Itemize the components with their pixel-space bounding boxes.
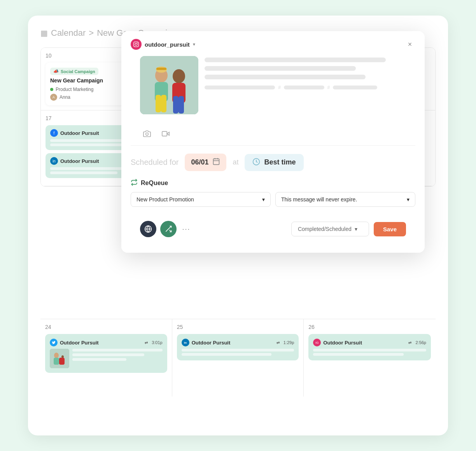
svg-rect-0 <box>140 56 198 114</box>
hashtag-2 <box>284 86 324 89</box>
close-button[interactable]: × <box>404 39 415 50</box>
cell-date-26: 26 <box>308 324 431 330</box>
status-dropdown[interactable]: Completed/Scheduled ▾ <box>291 222 369 236</box>
modal-footer: ··· Completed/Scheduled ▾ Save <box>131 215 415 245</box>
svg-rect-27 <box>59 358 65 365</box>
at-label: at <box>233 158 238 166</box>
clock-icon <box>252 158 260 167</box>
hashtag-row: # # <box>205 85 406 90</box>
event-card-25[interactable]: in Outdoor Pursuit ⇄ 1:29p <box>177 334 299 360</box>
placeholder-line <box>313 353 404 356</box>
requeue-icon-24: ⇄ <box>145 341 148 345</box>
event-name-24: Outdoor Pursuit <box>60 340 141 346</box>
event-header-25: in Outdoor Pursuit ⇄ 1:29p <box>182 339 294 346</box>
expire-dropdown[interactable]: This message will never expire. ▾ <box>275 192 415 207</box>
breadcrumb-separator: > <box>89 28 94 38</box>
instagram-icon <box>131 39 142 50</box>
best-time-text: Best time <box>264 158 296 166</box>
hashtag-1 <box>205 86 275 89</box>
video-button[interactable] <box>159 127 173 141</box>
more-options-button[interactable]: ··· <box>180 223 192 235</box>
status-dot <box>50 88 53 91</box>
save-button[interactable]: Save <box>374 222 406 236</box>
svg-point-11 <box>146 133 149 136</box>
post-modal: outdoor_pursuit ▾ × <box>121 31 425 253</box>
svg-rect-14 <box>214 159 219 164</box>
date-picker[interactable]: 06/01 <box>185 154 226 171</box>
event-thumbnail <box>50 349 69 368</box>
svg-rect-10 <box>178 96 184 114</box>
hash-symbol-2: # <box>327 85 330 90</box>
calendar-cell-26: 26 IG Outdoor Pursuit ⇄ 2:56p <box>304 319 436 397</box>
calendar-cell-25: 25 in Outdoor Pursuit ⇄ 1:29p <box>172 319 304 397</box>
svg-rect-9 <box>173 96 178 114</box>
requeue-icon-25: ⇄ <box>276 341 280 345</box>
modal-overlay: outdoor_pursuit ▾ × <box>121 31 448 253</box>
requeue-icon <box>131 179 138 187</box>
event-card-24[interactable]: Outdoor Pursuit ⇄ 3:01p <box>45 334 167 373</box>
shuffle-button[interactable] <box>160 221 177 237</box>
placeholder-line <box>182 349 294 351</box>
event-name-25: Outdoor Pursuit <box>192 340 273 346</box>
event-time-25: 1:29p <box>284 340 294 345</box>
placeholder-line <box>72 349 163 351</box>
event-lines-26 <box>313 349 426 356</box>
globe-button[interactable] <box>140 221 156 237</box>
chevron-down-icon: ▾ <box>262 196 265 203</box>
calendar-icon-btn <box>212 157 220 167</box>
event-header-26: IG Outdoor Pursuit ⇄ 2:56p <box>313 339 426 346</box>
instagram-icon-26: IG <box>313 339 321 346</box>
event-thumb-area <box>50 349 163 368</box>
footer-right: Completed/Scheduled ▾ Save <box>291 222 406 236</box>
modal-top: outdoor_pursuit ▾ × <box>121 31 425 146</box>
campaign-badge: 📣 Social Campaign <box>50 68 98 75</box>
twitter-icon <box>50 339 58 346</box>
chevron-down-icon: ▾ <box>355 226 357 232</box>
modal-content-area: # # <box>131 56 415 122</box>
placeholder-line <box>72 353 144 356</box>
caption-placeholder-2 <box>205 66 356 71</box>
megaphone-icon: 📣 <box>53 69 59 74</box>
account-selector[interactable]: outdoor_pursuit ▾ <box>131 39 195 50</box>
event-card-26[interactable]: IG Outdoor Pursuit ⇄ 2:56p <box>308 334 431 360</box>
event-time-26: 2:56p <box>415 340 426 345</box>
cell-date-24: 24 <box>45 324 167 330</box>
svg-rect-13 <box>162 131 167 136</box>
svg-point-24 <box>54 353 59 358</box>
schedule-label: Scheduled for <box>131 158 178 167</box>
calendar-icon: ▦ <box>40 28 48 38</box>
modal-media-toolbar <box>131 122 415 146</box>
account-name: outdoor_pursuit <box>145 41 190 48</box>
breadcrumb-calendar[interactable]: Calendar <box>51 28 86 38</box>
modal-header: outdoor_pursuit ▾ × <box>131 39 415 50</box>
svg-point-7 <box>173 69 185 83</box>
linkedin-icon-25: in <box>182 339 189 346</box>
caption-placeholder-3 <box>205 75 366 79</box>
best-time-picker[interactable]: Best time <box>245 154 303 171</box>
svg-rect-3 <box>156 68 166 70</box>
event-lines-24 <box>72 349 163 361</box>
event-name-26: Outdoor Pursuit <box>323 340 404 346</box>
modal-schedule-section: Scheduled for 06/01 at <box>121 146 425 253</box>
event-header-24: Outdoor Pursuit ⇄ 3:01p <box>50 339 163 346</box>
outer-card: ▦ Calendar > New Gear Campaign 10 📣 Soci… <box>28 16 448 435</box>
facebook-icon: f <box>50 129 58 137</box>
linkedin-icon: in <box>50 157 58 165</box>
cell-date-25: 25 <box>177 324 299 330</box>
event-lines-25 <box>182 349 294 356</box>
placeholder-line <box>50 171 117 174</box>
svg-rect-6 <box>161 95 166 112</box>
hash-symbol-1: # <box>278 85 281 90</box>
queue-dropdown[interactable]: New Product Promotion ▾ <box>131 192 271 207</box>
camera-button[interactable] <box>140 127 154 141</box>
chevron-down-icon[interactable]: ▾ <box>193 42 195 47</box>
calendar-cell-24: 24 Outdoor Pursuit ⇄ 3:01p <box>40 319 172 397</box>
svg-rect-5 <box>156 95 161 112</box>
event-time-24: 3:01p <box>152 340 163 345</box>
placeholder-line <box>182 353 272 356</box>
placeholder-line <box>313 349 426 351</box>
date-value: 06/01 <box>191 158 208 166</box>
caption-placeholder-1 <box>205 58 386 62</box>
placeholder-line <box>72 358 126 361</box>
bottom-calendar-row: 24 Outdoor Pursuit ⇄ 3:01p <box>40 319 436 397</box>
